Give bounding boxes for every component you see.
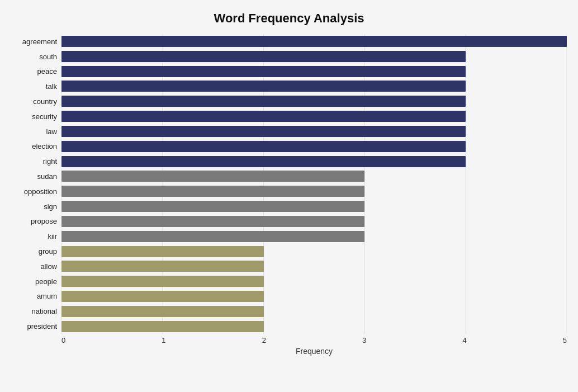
bar-opposition — [61, 186, 364, 197]
y-label-amum: amum — [37, 289, 57, 304]
y-label-propose: propose — [31, 214, 57, 229]
bar-allow — [61, 261, 264, 272]
bar-kiir — [61, 231, 364, 242]
bar-row — [61, 199, 567, 214]
y-label-opposition: opposition — [24, 184, 57, 199]
x-tick: 2 — [262, 336, 266, 344]
y-label-right: right — [43, 154, 57, 169]
bar-law — [61, 126, 466, 137]
bar-group — [61, 246, 264, 257]
bar-row — [61, 139, 567, 154]
bar-amum — [61, 291, 264, 302]
bar-row — [61, 109, 567, 124]
bar-president — [61, 321, 264, 332]
y-label-allow: allow — [40, 259, 57, 274]
bar-south — [61, 51, 466, 62]
y-label-south: south — [39, 49, 57, 64]
y-axis-labels: agreementsouthpeacetalkcountrysecurityla… — [11, 34, 61, 334]
bar-people — [61, 276, 264, 287]
y-label-election: election — [32, 139, 57, 154]
x-tick: 4 — [462, 336, 466, 344]
bar-row — [61, 34, 567, 49]
bar-country — [61, 96, 466, 107]
chart-title: Word Frequency Analysis — [11, 6, 567, 34]
y-label-security: security — [32, 109, 57, 124]
bar-security — [61, 111, 466, 122]
bar-row — [61, 259, 567, 273]
y-label-law: law — [46, 124, 57, 139]
bar-sudan — [61, 171, 364, 182]
bar-row — [61, 49, 567, 64]
bar-row — [61, 319, 567, 334]
y-label-group: group — [39, 244, 57, 259]
y-label-people: people — [35, 274, 57, 289]
bar-right — [61, 156, 466, 167]
bar-row — [61, 244, 567, 259]
bar-row — [61, 64, 567, 79]
bar-national — [61, 306, 264, 317]
bar-row — [61, 79, 567, 93]
bar-row — [61, 94, 567, 108]
bar-talk — [61, 81, 466, 92]
bar-row — [61, 184, 567, 199]
bar-row — [61, 169, 567, 183]
x-axis-label: Frequency — [296, 347, 333, 356]
x-tick: 5 — [563, 336, 567, 344]
y-label-country: country — [33, 94, 57, 109]
bar-row — [61, 229, 567, 244]
y-label-agreement: agreement — [22, 34, 57, 49]
chart-container: Word Frequency Analysis agreementsouthpe… — [0, 0, 578, 392]
y-label-sign: sign — [44, 199, 57, 214]
y-label-peace: peace — [37, 64, 57, 79]
y-label-kiir: kiir — [48, 229, 57, 244]
bar-row — [61, 154, 567, 169]
bar-row — [61, 289, 567, 304]
bar-election — [61, 141, 466, 152]
x-tick: 3 — [362, 336, 366, 344]
bar-row — [61, 274, 567, 289]
bar-row — [61, 304, 567, 319]
bar-peace — [61, 66, 466, 77]
plot-area — [61, 34, 567, 334]
y-label-talk: talk — [46, 79, 57, 94]
y-label-national: national — [31, 304, 57, 319]
y-label-sudan: sudan — [37, 169, 57, 184]
bar-agreement — [61, 36, 567, 47]
bar-row — [61, 214, 567, 229]
bar-sign — [61, 201, 364, 212]
x-tick: 0 — [61, 336, 65, 344]
bar-row — [61, 124, 567, 139]
bar-propose — [61, 216, 364, 227]
x-tick: 1 — [162, 336, 165, 344]
y-label-president: president — [27, 319, 57, 334]
